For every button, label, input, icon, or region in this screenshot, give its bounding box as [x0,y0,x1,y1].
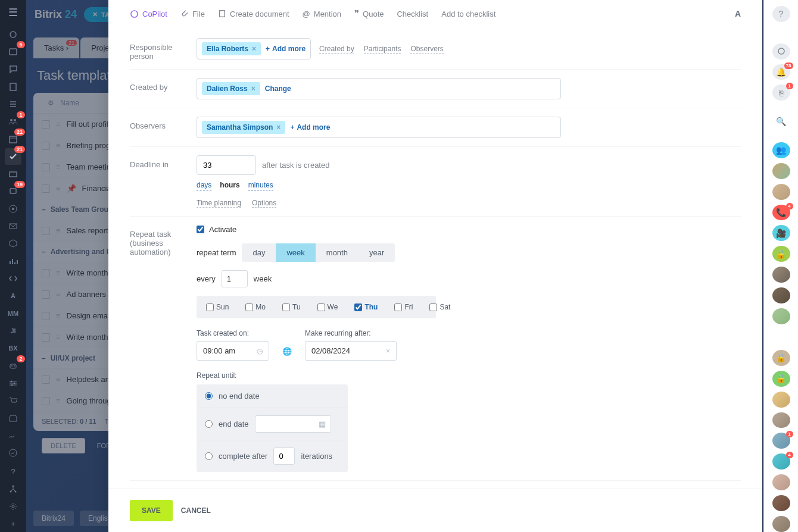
lock-icon[interactable]: 🔒 [772,246,790,262]
rail-item-analytics[interactable] [5,253,21,269]
rail-item-crm[interactable] [5,166,21,182]
avatar[interactable] [772,308,790,324]
avatar[interactable]: 1 [772,433,790,449]
remove-chip-icon[interactable]: × [276,123,280,132]
until-complete-after[interactable]: complete afteriterations [197,440,348,472]
avatar[interactable] [772,516,790,532]
video-icon[interactable]: 🎥 [772,225,790,241]
link-options[interactable]: Options [252,199,276,208]
day-fri[interactable]: Fri [394,303,413,311]
rail-item-bot[interactable]: 2 [5,358,21,374]
day-thu[interactable]: Thu [354,303,378,311]
clear-icon[interactable]: × [386,347,390,355]
tool-quote[interactable]: ❞Quote [354,8,384,19]
rail-item-docs2[interactable] [5,96,21,112]
day-mon[interactable]: Mo [245,303,266,311]
add-more-responsible[interactable]: + Add more [266,45,306,53]
rail-item-gear[interactable] [5,498,21,514]
help-icon[interactable]: ? [772,6,790,22]
clip-rail-icon[interactable]: ⎘1 [772,85,790,101]
tool-mention[interactable]: @Mention [303,10,341,18]
rail-item-store[interactable] [5,410,21,426]
tool-add-to-checklist[interactable]: Add to checklist [441,10,495,18]
rail-item-calendar[interactable]: 21 [5,131,21,147]
activate-checkbox[interactable]: Activate [197,225,741,234]
observers-input[interactable]: Samantha Simpson× + Add more [197,117,561,138]
tool-text-style[interactable]: A [735,9,741,18]
rail-item-cube[interactable] [5,236,21,252]
avatar[interactable] [772,329,790,345]
lock-icon[interactable]: 🔒 [772,371,790,387]
rail-item-sign[interactable] [5,427,21,443]
call-icon[interactable]: 📞4 [772,205,790,221]
link-participants[interactable]: Participants [364,45,401,54]
rail-item-people[interactable]: 1 [5,114,21,130]
created-on-input[interactable]: 09:00 am◷ [197,341,269,361]
term-month[interactable]: month [316,243,359,262]
deadline-value-input[interactable] [197,155,256,175]
lock-icon[interactable]: 🔒 [772,350,790,366]
end-date-input[interactable]: ▦ [255,415,331,433]
avatar[interactable] [772,474,790,490]
bell-icon[interactable]: 🔔78 [772,64,790,80]
unit-minutes[interactable]: minutes [248,181,273,190]
rail-item-ok[interactable] [5,445,21,461]
until-end-date[interactable]: end date▦ [197,408,348,440]
avatar[interactable] [772,392,790,408]
rail-item-crm2[interactable]: 19 [5,183,21,199]
term-year[interactable]: year [359,243,395,262]
rail-item-bx[interactable]: BX [5,340,21,356]
avatar[interactable] [772,287,790,303]
menu-icon[interactable]: ☰ [8,6,18,19]
tool-checklist[interactable]: Checklist [397,10,428,18]
responsible-input[interactable]: Ella Roberts× + Add more [197,38,311,60]
day-sat[interactable]: Sat [429,303,450,311]
copilot-rail-icon[interactable] [772,43,790,60]
term-day[interactable]: day [242,243,276,262]
term-week[interactable]: week [276,243,315,262]
rail-item-code[interactable] [5,270,21,286]
tool-file[interactable]: File [180,10,205,18]
add-more-observers[interactable]: + Add more [290,123,330,132]
rail-item-feed[interactable]: 5 [5,43,21,60]
contacts-icon[interactable]: 👥 [772,142,790,158]
rail-item-help[interactable]: ? [5,464,21,480]
tool-copilot[interactable]: CoPilot [130,10,167,18]
unit-days[interactable]: days [197,181,211,190]
day-sun[interactable]: Sun [206,303,229,311]
rail-item-cart[interactable] [5,393,21,409]
remove-chip-icon[interactable]: × [251,85,255,93]
rail-item-a[interactable]: A [5,288,21,304]
link-time-planning[interactable]: Time planning [197,199,241,208]
tool-create-document[interactable]: Create document [218,10,289,18]
avatar[interactable] [772,163,790,179]
rail-item-stream[interactable] [5,26,21,42]
avatar[interactable] [772,184,790,200]
day-wed[interactable]: We [317,303,338,311]
rail-item-settings[interactable] [5,375,21,391]
day-tue[interactable]: Tu [282,303,301,311]
recurring-after-input[interactable]: 02/08/2024× [305,341,397,361]
avatar[interactable] [772,267,790,283]
rail-item-chat[interactable] [5,61,21,77]
avatar[interactable]: 4 [772,453,790,470]
timezone-icon[interactable]: 🌐 [282,347,292,356]
rail-item-doc[interactable] [5,79,21,95]
rail-item-mm[interactable]: MM [5,305,21,321]
remove-chip-icon[interactable]: × [252,45,256,53]
created-by-input[interactable]: Dalien Ross× Change [197,78,561,99]
rail-item-sitemap[interactable] [5,481,21,497]
link-observers[interactable]: Observers [410,45,443,54]
iterations-input[interactable] [273,447,295,465]
rail-item-ji[interactable]: JI [5,323,21,339]
link-created-by[interactable]: Created by [319,45,354,54]
cancel-button[interactable]: CANCEL [181,506,211,515]
rail-item-tasks[interactable]: 21 [5,148,21,164]
rail-item-target[interactable] [5,201,21,217]
avatar[interactable] [772,495,790,511]
rail-item-mail[interactable] [5,218,21,234]
rail-item-plus[interactable]: + [5,516,21,532]
change-created-by[interactable]: Change [265,85,291,93]
until-no-end[interactable]: no end date [197,384,348,408]
every-value-input[interactable] [222,270,248,287]
